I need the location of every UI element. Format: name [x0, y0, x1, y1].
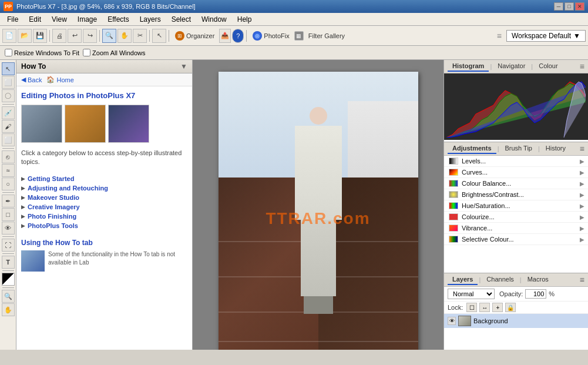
zoom-left-btn[interactable]: 🔍: [2, 290, 15, 303]
canvas-area[interactable]: TTRAR.com: [193, 60, 443, 350]
dodge-tool[interactable]: ○: [2, 178, 15, 190]
menu-view[interactable]: View: [47, 14, 72, 25]
app-title: PhotoPlus X7 - [3.jpg @ 54%, 686 x 939, …: [16, 3, 196, 10]
howto-link-2[interactable]: ▶ Makeover Studio: [21, 193, 187, 202]
zoom-all-input[interactable]: [83, 49, 90, 56]
color-picker[interactable]: [2, 273, 15, 286]
cursor-btn[interactable]: ↖: [152, 29, 166, 43]
howto-header: How To ▼: [16, 60, 192, 73]
home-button[interactable]: 🏠 Home: [46, 76, 73, 83]
menu-help[interactable]: Help: [233, 14, 257, 25]
adjustments-options-icon[interactable]: ≡: [580, 144, 584, 153]
howto-link-4[interactable]: ▶ Photo Finishing: [21, 212, 187, 221]
tab-colour[interactable]: Colour: [534, 61, 562, 72]
back-arrow-icon: ◀: [21, 76, 26, 83]
adj-hue-saturation[interactable]: Hue/Saturation... ▶: [444, 200, 588, 212]
close-button[interactable]: ✕: [575, 2, 584, 11]
tab-history[interactable]: History: [541, 143, 570, 154]
resize-windows-check[interactable]: Resize Windows To Fit: [5, 49, 79, 56]
new-btn[interactable]: 📄: [2, 29, 16, 43]
eyedropper-tool[interactable]: 💉: [2, 106, 15, 119]
histogram-options-icon[interactable]: ≡: [580, 62, 584, 71]
opacity-unit: %: [549, 290, 555, 297]
howto-link-3[interactable]: ▶ Creative Imagery: [21, 202, 187, 212]
lock-move-btn[interactable]: ↔: [479, 303, 490, 312]
path-tool[interactable]: ⛶: [2, 239, 15, 252]
hand-left-btn[interactable]: ✋: [2, 303, 15, 316]
adj-brightness[interactable]: Brightness/Contrast... ▶: [444, 189, 588, 200]
open-btn[interactable]: 📂: [18, 29, 32, 43]
adj-levels[interactable]: Levels... ▶: [444, 156, 588, 167]
share-btn[interactable]: 📤: [219, 29, 231, 43]
lock-all-btn[interactable]: +: [492, 303, 503, 312]
zoom-all-check[interactable]: Zoom All Windows: [83, 49, 145, 56]
clone-tool[interactable]: ⎋: [2, 150, 15, 163]
howto-close-icon[interactable]: ▼: [180, 62, 187, 71]
select-tool[interactable]: ↖: [2, 62, 15, 75]
tab-navigator[interactable]: Navigator: [493, 61, 530, 72]
filter-gallery-btn[interactable]: Filter Gallery: [305, 31, 348, 41]
smudge-tool[interactable]: ≈: [2, 164, 15, 177]
help-icon-btn[interactable]: ?: [232, 29, 244, 43]
back-button[interactable]: ◀ Back: [21, 76, 42, 83]
paintbrush-tool[interactable]: 🖌: [2, 120, 15, 133]
hand-btn[interactable]: ✋: [117, 29, 132, 43]
workspace-selector[interactable]: Workspace Default ▼: [506, 30, 586, 42]
howto-link-0[interactable]: ▶ Getting Started: [21, 174, 187, 183]
adj-vibrance[interactable]: Vibrance... ▶: [444, 223, 588, 234]
vibrance-icon: [449, 225, 458, 232]
tab-adjustments[interactable]: Adjustments: [448, 143, 496, 154]
tab-channels[interactable]: Channels: [482, 274, 518, 285]
layers-options-icon[interactable]: ≡: [580, 275, 584, 284]
layer-visibility-icon[interactable]: 👁: [448, 317, 456, 325]
opacity-input[interactable]: [525, 289, 546, 299]
menu-edit[interactable]: Edit: [24, 14, 46, 25]
photofix-label: PhotoFix: [264, 32, 289, 39]
resize-windows-input[interactable]: [5, 49, 12, 56]
print-btn[interactable]: 🖨: [52, 29, 66, 43]
lock-full-btn[interactable]: 🔒: [505, 303, 516, 312]
undo-btn[interactable]: ↩: [68, 29, 82, 43]
canvas-image[interactable]: TTRAR.com: [219, 72, 418, 350]
tab-macros[interactable]: Macros: [523, 274, 553, 285]
eraser-tool[interactable]: ⬜: [2, 133, 15, 146]
maximize-button[interactable]: □: [565, 2, 574, 11]
marquee-tool[interactable]: ⬜: [2, 76, 15, 89]
howto-link-1[interactable]: ▶ Adjusting and Retouching: [21, 183, 187, 193]
adj-curves[interactable]: Curves... ▶: [444, 167, 588, 178]
layer-item-background[interactable]: 👁 Background: [444, 314, 588, 328]
adj-colourize[interactable]: Colourize... ▶: [444, 212, 588, 223]
blend-mode-select[interactable]: Normal: [448, 289, 495, 299]
menu-file[interactable]: File: [2, 14, 23, 25]
adj-colour-balance[interactable]: Colour Balance... ▶: [444, 178, 588, 189]
zoom-btn[interactable]: 🔍: [102, 29, 116, 43]
save-btn[interactable]: 💾: [33, 29, 47, 43]
menu-image[interactable]: Image: [73, 14, 102, 25]
tool-sep4: [2, 236, 14, 237]
minimize-button[interactable]: ─: [554, 2, 563, 11]
tab-brush-tip[interactable]: Brush Tip: [500, 143, 536, 154]
menu-effects[interactable]: Effects: [103, 14, 133, 25]
menu-layers[interactable]: Layers: [135, 14, 166, 25]
menu-select[interactable]: Select: [167, 14, 196, 25]
pen-tool[interactable]: ✒: [2, 195, 15, 207]
organizer-btn[interactable]: ⊞ Organizer: [172, 30, 218, 42]
adj-selective-colour[interactable]: Selective Colour... ▶: [444, 234, 588, 245]
lasso-tool[interactable]: 〇: [2, 89, 15, 102]
crop-btn[interactable]: ✂: [133, 29, 147, 43]
photofix-btn[interactable]: ◎ PhotoFix: [249, 30, 293, 42]
menu-window[interactable]: Window: [197, 14, 231, 25]
text-tool[interactable]: T: [2, 256, 15, 269]
redo-btn[interactable]: ↪: [83, 29, 97, 43]
adjustments-panel: Adjustments | Brush Tip | History ≡ Leve…: [444, 142, 588, 273]
tab-layers[interactable]: Layers: [448, 274, 478, 285]
tool-sep7: [2, 287, 14, 288]
vibrance-arrow-icon: ▶: [580, 225, 584, 232]
howto-link-5[interactable]: ▶ PhotoPlus Tools: [21, 221, 187, 230]
lock-pixel-btn[interactable]: ☐: [466, 303, 477, 312]
view-tool[interactable]: 👁: [2, 222, 15, 235]
tab-histogram[interactable]: Histogram: [448, 61, 489, 72]
resize-handle[interactable]: [440, 60, 443, 350]
main-toolbar: 📄 📂 💾 🖨 ↩ ↪ 🔍 ✋ ✂ ↖ ⊞ Organizer 📤 ? ◎ Ph…: [0, 26, 588, 46]
shape-tool[interactable]: □: [2, 208, 15, 221]
